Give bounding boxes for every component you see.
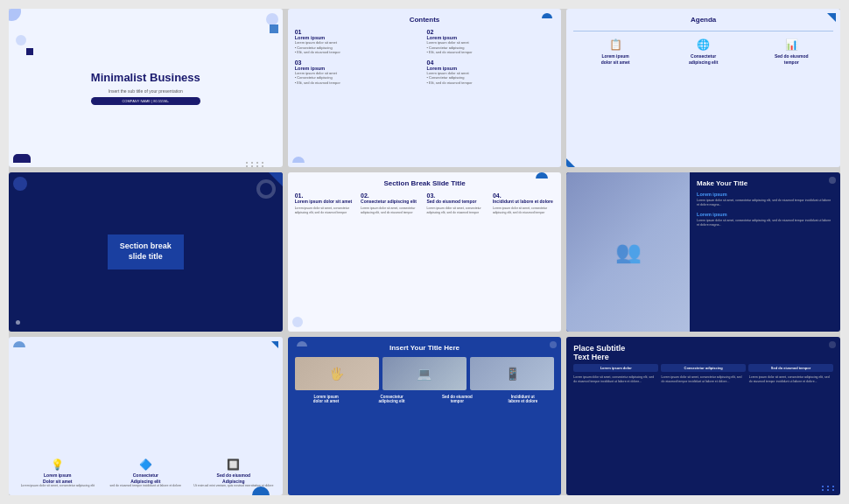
slides-grid: Minimalist Business Insert the sub title… <box>9 9 840 495</box>
agenda-item-2: 🌐 Consecteturadipiscing elit <box>662 38 746 65</box>
label-title-4: Incididunt utlabore et dolore <box>491 395 554 403</box>
col-text-2: Lorem ipsum dolor sit amet, consectetur … <box>662 375 746 384</box>
agenda-title-3: Sed do eiusmodtempor <box>749 53 833 65</box>
tab-label-1: Lorem ipsum dolor <box>577 366 655 370</box>
deco-dot-tr <box>829 341 836 348</box>
slide-5: Section Break Slide Title 01. Lorem ipsu… <box>288 172 562 331</box>
item-text-3: Lorem ipsum dolor sit amet• Consectetur … <box>295 71 423 86</box>
col-num-2: 02. <box>361 192 422 199</box>
slide-2: Contents 01 Lorem ipsum Lorem ipsum dolo… <box>288 9 562 167</box>
label-title-3: Sed do eiusmodtempor <box>425 395 488 403</box>
icon-title-1: Lorem ipsumDolor sit amet <box>16 472 100 484</box>
slide-5-col-2: 02. Consectetur adipiscing elit Lorem ip… <box>361 192 422 215</box>
entry-text-2: Lorem ipsum dolor sit amet, consectetur … <box>697 219 833 228</box>
slide-6-title: Make Your Title <box>697 179 833 187</box>
slide-6: 👥 Make Your Title Lorem ipsum Lorem ipsu… <box>566 172 840 331</box>
slide-6-photo: 👥 <box>566 172 690 331</box>
col-text-1: Lorem ipsum dolor sit amet, consectetur … <box>295 206 356 215</box>
deco-circle-light <box>13 177 27 191</box>
photo-content-2: 💻 <box>382 357 467 390</box>
slide-1: Minimalist Business Insert the sub title… <box>9 9 283 167</box>
col-text-4: Lorem ipsum dolor sit amet, consectetur … <box>493 206 554 215</box>
col-title-4: Incididunt ut labore et dolore <box>493 199 554 204</box>
icon-item-1: 💡 Lorem ipsumDolor sit amet Lorem ipsum … <box>16 458 100 488</box>
slide-2-title: Contents <box>295 16 555 24</box>
slide-1-subtitle: Insert the sub title of your presentatio… <box>91 88 200 94</box>
entry-title-1: Lorem ipsum <box>697 192 833 197</box>
icon-2: 🔷 <box>104 458 188 471</box>
icon-item-3: 🔲 Sed do eiusmodAdipiscing Ut enim ad mi… <box>192 458 276 488</box>
slide-8-labels: Lorem ipsumdolor sit amet Consecteturadi… <box>295 395 555 403</box>
slide-9: Place SubtitleText Here Lorem ipsum dolo… <box>566 337 840 495</box>
col-title-3: Sed do eiusmod tempor <box>426 199 488 204</box>
photo-box-1: 🖐️ <box>295 357 379 390</box>
slide-3-grid: 📋 Lorem ipsumdolor sit amet 🌐 Consectetu… <box>573 38 833 65</box>
col-text-3: Lorem ipsum dolor sit amet, consectetur … <box>426 206 488 215</box>
col-num-1: 01. <box>295 192 356 199</box>
slide-9-title: Place SubtitleText Here <box>573 344 833 361</box>
deco-arc-tl <box>13 341 25 347</box>
deco-tri-top-right <box>269 172 283 186</box>
col-title-1: Lorem ipsum dolor sit amet <box>295 199 356 204</box>
tab-label-3: Sed do eiusmod tempor <box>752 366 830 370</box>
slide-1-badge: COMPANY NAME | 80.555M+ <box>91 97 200 105</box>
agenda-icon-1: 📋 <box>573 38 657 51</box>
photo-inner: 👥 <box>566 172 690 331</box>
slide-8: Insert Your Title Here 🖐️ 💻 📱 Lorem ipsu… <box>288 337 562 495</box>
tab-1: Lorem ipsum dolor <box>573 364 658 372</box>
deco-tri-tr <box>271 341 278 348</box>
photo-box-3: 📱 <box>470 357 554 390</box>
deco-dots-br <box>822 486 836 491</box>
icon-sub-2: sed do eiusmod tempor incididunt ut labo… <box>104 484 188 488</box>
col-num-3: 03. <box>426 192 488 199</box>
deco-arc-tr <box>542 13 552 18</box>
deco-dots-br <box>246 162 265 167</box>
col-title-2: Consectetur adipiscing elit <box>361 199 422 204</box>
deco-rect-left <box>26 48 33 55</box>
deco-circle-tr <box>266 13 278 25</box>
slide-5-title: Section Break Slide Title <box>295 179 555 187</box>
photo-content-3: 📱 <box>470 357 554 390</box>
item-num-4: 04 <box>426 60 433 66</box>
tab-2: Consectetur adipiscing <box>661 364 746 372</box>
content-item-4: 04 Lorem ipsum Lorem ipsum dolor sit ame… <box>426 60 554 86</box>
col-text-3: Lorem ipsum dolor sit amet, consectetur … <box>749 375 833 384</box>
slide-4: Section breakslide title <box>9 172 283 331</box>
icon-sub-1: Lorem ipsum dolor sit amet, consectetur … <box>16 484 100 488</box>
slide-8-title: Insert Your Title Here <box>295 344 555 352</box>
section-break-box: Section breakslide title <box>108 234 184 269</box>
slide-3: Agenda 📋 Lorem ipsumdolor sit amet 🌐 Con… <box>566 9 840 167</box>
entry-text-1: Lorem ipsum dolor sit amet, consectetur … <box>697 199 833 207</box>
label-title-2: Consecteturadipiscing elit <box>361 395 424 403</box>
label-item-3: Sed do eiusmodtempor <box>425 395 488 403</box>
agenda-icon-3: 📊 <box>749 38 833 51</box>
item-num-2: 02 <box>426 29 433 35</box>
deco-tri-tr <box>827 13 836 22</box>
deco-rect-tr <box>270 24 278 33</box>
deco-dot-bl <box>292 317 303 327</box>
agenda-title-1: Lorem ipsumdolor sit amet <box>573 53 657 65</box>
slide-5-col-1: 01. Lorem ipsum dolor sit amet Lorem ips… <box>295 192 356 215</box>
slide-1-content: Minimalist Business Insert the sub title… <box>91 71 200 105</box>
label-item-2: Consecteturadipiscing elit <box>361 395 424 403</box>
item-text-1: Lorem ipsum dolor sit amet• Consectetur … <box>295 40 423 55</box>
deco-bottom-left <box>13 154 31 163</box>
label-title-1: Lorem ipsumdolor sit amet <box>295 395 358 403</box>
deco-arc-tl <box>297 341 307 346</box>
slide-9-content: Lorem ipsum dolor sit amet, consectetur … <box>573 375 833 384</box>
slide-3-title: Agenda <box>573 16 833 24</box>
content-item-1: 01 Lorem ipsum Lorem ipsum dolor sit ame… <box>295 29 423 55</box>
divider <box>573 31 833 32</box>
label-item-4: Incididunt utlabore et dolore <box>491 395 554 403</box>
icon-item-2: 🔷 ConsecteturAdipiscing elit sed do eius… <box>104 458 188 488</box>
agenda-icon-2: 🌐 <box>662 38 746 51</box>
people-figure: 👥 <box>615 240 642 264</box>
photo-content-1: 🖐️ <box>295 357 379 390</box>
deco-arc-top <box>536 172 548 178</box>
slide-8-photos: 🖐️ 💻 📱 <box>295 357 555 390</box>
slide-7: 💡 Lorem ipsumDolor sit amet Lorem ipsum … <box>9 337 283 495</box>
icon-1: 💡 <box>16 458 100 471</box>
slide-6-text-area: Make Your Title Lorem ipsum Lorem ipsum … <box>690 172 840 331</box>
slide-7-icons: 💡 Lorem ipsumDolor sit amet Lorem ipsum … <box>16 458 276 488</box>
entry-title-2: Lorem ipsum <box>697 212 833 217</box>
